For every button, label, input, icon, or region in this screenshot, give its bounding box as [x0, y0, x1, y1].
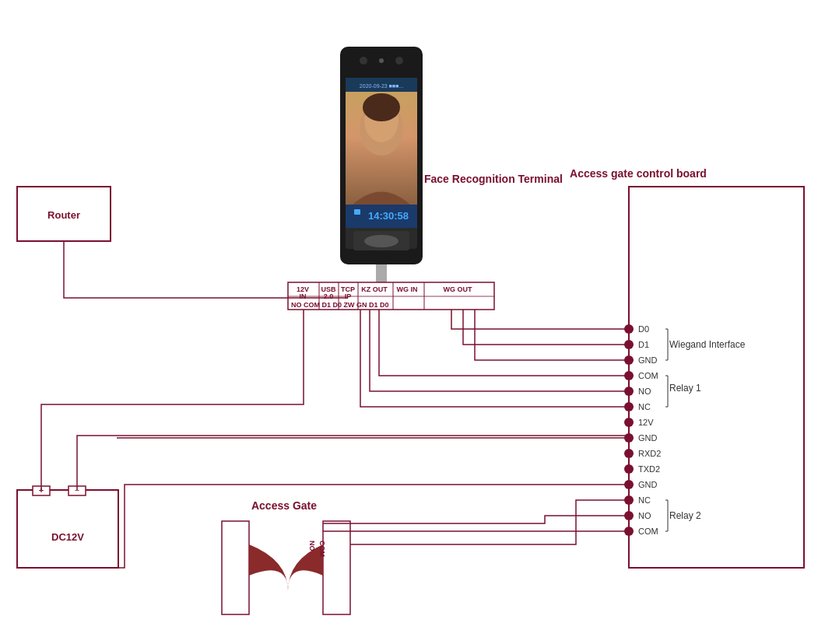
- pin-rxd2-dot: [624, 449, 634, 458]
- conn-wgin-label: WG IN: [397, 285, 418, 293]
- conn-in-label: IN: [300, 292, 307, 300]
- pin-nc2-label: NC: [638, 495, 651, 505]
- pin-gnd3-label: GND: [638, 480, 658, 489]
- pin-txd2-label: TXD2: [638, 464, 660, 474]
- hair-top: [363, 93, 400, 121]
- pin-rxd2-label: RXD2: [638, 449, 661, 458]
- pin-txd2-dot: [624, 464, 634, 474]
- pin-d0-label: D0: [638, 324, 649, 334]
- camera-center: [379, 58, 384, 63]
- pin-12v-label: 12V: [638, 418, 654, 427]
- relay1-label: Relay 1: [669, 383, 701, 394]
- face-terminal-label: Face Recognition Terminal: [424, 173, 563, 185]
- reader-symbol: [364, 235, 398, 247]
- dc12v-label: DC12V: [51, 531, 84, 543]
- pin-12v-dot: [624, 418, 634, 427]
- pin-d1-label: D1: [638, 340, 649, 349]
- pin-com1-label: COM: [638, 371, 658, 380]
- pin-no1-label: NO: [638, 387, 651, 396]
- pin-gnd2-label: GND: [638, 433, 658, 443]
- conn-ip-label: IP: [345, 292, 352, 300]
- pin-labels-bottom: NO COM D1 D0 ZW GN D1 D0: [291, 301, 389, 309]
- kz-nc-wire: [360, 310, 629, 407]
- time-text: 14:30:58: [368, 210, 409, 222]
- gate-no-wire: [323, 516, 629, 523]
- board-gate-nc-wire: [350, 500, 629, 544]
- battery-box: [17, 490, 118, 568]
- pin-com2-label: COM: [638, 527, 658, 536]
- wg-d0-wire: [451, 310, 629, 329]
- camera-right: [395, 57, 403, 65]
- gate-wing-left: [249, 544, 288, 591]
- conn-20-label: 2.0: [324, 292, 334, 300]
- pin-no2-label: NO: [638, 511, 651, 520]
- gate-right-pillar: [323, 521, 350, 614]
- kz-com-wire: [379, 310, 629, 376]
- access-gate-label: Access Gate: [251, 499, 317, 512]
- wiegand-label: Wiegand Interface: [669, 339, 746, 350]
- conn-wgout-label: WG OUT: [444, 285, 472, 293]
- gate-wing-right: [288, 544, 323, 591]
- gate-com-label: COM: [318, 541, 326, 557]
- kz-no-wire: [370, 310, 629, 391]
- gate-left-pillar: [222, 521, 249, 614]
- gate-no-label: NO: [308, 541, 316, 551]
- lock-icon: [354, 209, 360, 215]
- battery-neg-wire: [77, 436, 117, 490]
- conn-kz-label: KZ OUT: [361, 285, 388, 293]
- relay2-label: Relay 2: [669, 510, 701, 521]
- pin-nc1-label: NC: [638, 402, 651, 411]
- router-label: Router: [47, 209, 80, 221]
- pin-gnd1-label: GND: [638, 355, 658, 365]
- wg-gnd-wire: [475, 310, 629, 360]
- board-title: Access gate control board: [570, 167, 707, 180]
- battery-pos-wire: [41, 310, 304, 490]
- terminal-date: 2020-09-23 ■■■...: [360, 83, 403, 89]
- camera-left: [360, 57, 367, 65]
- wg-d1-wire: [463, 310, 629, 345]
